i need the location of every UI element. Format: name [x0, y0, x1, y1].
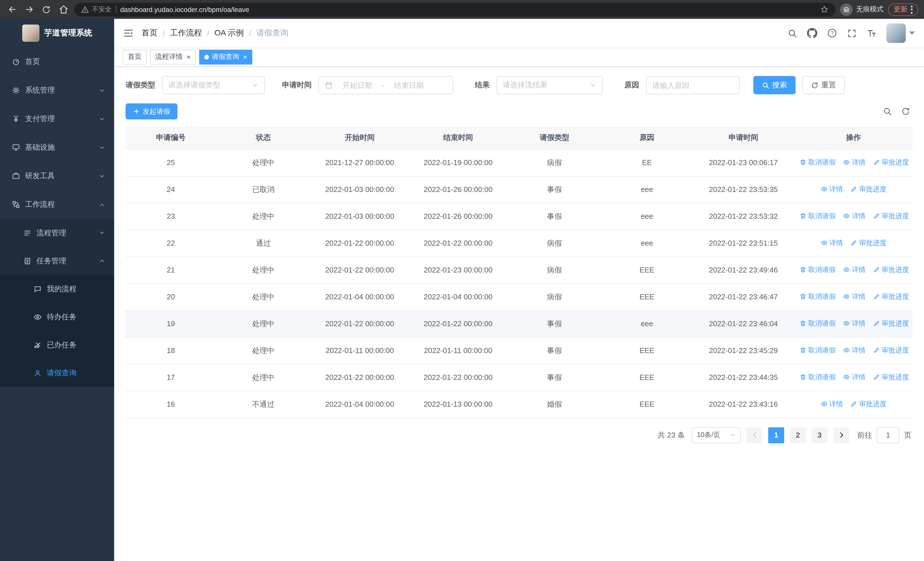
- table-row[interactable]: 16 不通过 2022-01-04 00:00:00 2022-01-13 00…: [126, 391, 913, 418]
- sidebar-item[interactable]: 待办任务: [0, 303, 114, 331]
- close-icon[interactable]: ×: [242, 53, 247, 60]
- detail-link[interactable]: 详情: [821, 185, 843, 194]
- user-menu[interactable]: [886, 23, 915, 43]
- start-date-input[interactable]: [336, 81, 378, 89]
- detail-link[interactable]: 详情: [843, 158, 866, 167]
- detail-link[interactable]: 详情: [821, 238, 843, 248]
- detail-link[interactable]: 详情: [843, 346, 866, 355]
- url-bar[interactable]: 不安全 dashboard.yudao.iocoder.cn/bpm/oa/le…: [74, 3, 836, 16]
- progress-link[interactable]: 审批进度: [873, 319, 909, 328]
- tab[interactable]: 流程详情 ×: [150, 50, 196, 64]
- detail-link[interactable]: 详情: [821, 399, 843, 409]
- table-row[interactable]: 23 处理中 2022-01-03 00:00:00 2022-01-26 00…: [126, 203, 913, 230]
- calendar-icon: [325, 81, 333, 89]
- menu-label: 请假查询: [47, 368, 76, 378]
- reason-input[interactable]: [652, 81, 734, 89]
- progress-link[interactable]: 审批进度: [873, 158, 909, 167]
- apply-time-range-picker[interactable]: -: [318, 76, 453, 94]
- url-text[interactable]: dashboard.yudao.iocoder.cn/bpm/oa/leave: [120, 5, 816, 14]
- back-button[interactable]: [6, 3, 18, 16]
- sidebar-logo[interactable]: 芋道管理系统: [0, 19, 114, 47]
- sidebar-item[interactable]: 支付管理: [0, 105, 114, 133]
- hide-search-icon[interactable]: [883, 107, 892, 116]
- progress-link[interactable]: 审批进度: [873, 265, 909, 275]
- detail-link[interactable]: 详情: [843, 319, 866, 328]
- cancel-leave-link[interactable]: 取消请假: [800, 211, 836, 221]
- create-leave-button[interactable]: 发起请假: [126, 104, 177, 119]
- prev-page-button[interactable]: [747, 427, 762, 443]
- menu-label: 已办任务: [47, 340, 76, 350]
- result-select[interactable]: 请选择流结果: [496, 76, 603, 94]
- detail-link[interactable]: 详情: [843, 211, 866, 221]
- sidebar-item[interactable]: 流程管理: [0, 219, 114, 247]
- page-button-3[interactable]: 3: [812, 427, 828, 443]
- search-icon[interactable]: [788, 28, 797, 38]
- cancel-leave-link[interactable]: 取消请假: [800, 373, 836, 382]
- table-row[interactable]: 18 处理中 2022-01-11 00:00:00 2022-01-11 00…: [126, 337, 913, 364]
- cancel-leave-link[interactable]: 取消请假: [800, 292, 836, 302]
- progress-link[interactable]: 审批进度: [850, 238, 886, 248]
- page-size-select[interactable]: 10条/页: [692, 427, 741, 443]
- reload-button[interactable]: [40, 3, 52, 16]
- tab[interactable]: 请假查询 ×: [199, 50, 252, 64]
- sidebar-item[interactable]: 基础设施: [0, 133, 114, 162]
- sidebar-item[interactable]: 请假查询: [0, 359, 114, 387]
- sidebar-item[interactable]: 研发工具: [0, 162, 114, 190]
- progress-link[interactable]: 审批进度: [850, 399, 886, 409]
- progress-link[interactable]: 审批进度: [850, 185, 886, 194]
- sidebar-item[interactable]: 已办任务: [0, 331, 114, 359]
- progress-link[interactable]: 审批进度: [873, 346, 909, 355]
- detail-link[interactable]: 详情: [843, 265, 866, 275]
- sidebar-item[interactable]: 系统管理: [0, 76, 114, 105]
- cancel-leave-link[interactable]: 取消请假: [800, 319, 836, 328]
- table-row[interactable]: 22 通过 2022-01-22 00:00:00 2022-01-22 00:…: [126, 230, 913, 257]
- cell-reason: EEE: [602, 337, 692, 364]
- end-date-input[interactable]: [388, 81, 430, 89]
- avatar[interactable]: [886, 23, 906, 43]
- cancel-leave-link[interactable]: 取消请假: [800, 265, 836, 275]
- leave-type-select[interactable]: 请选择请假类型: [162, 76, 265, 94]
- refresh-table-icon[interactable]: [901, 107, 910, 116]
- table-row[interactable]: 21 处理中 2022-01-22 00:00:00 2022-01-23 00…: [126, 257, 913, 283]
- table-row[interactable]: 25 处理中 2021-12-27 00:00:00 2022-01-19 00…: [126, 149, 913, 176]
- cancel-leave-link[interactable]: 取消请假: [800, 346, 836, 355]
- search-button[interactable]: 搜索: [753, 76, 796, 94]
- progress-link[interactable]: 审批进度: [873, 211, 909, 221]
- cell-end-time: 2022-01-22 00:00:00: [409, 310, 507, 337]
- breadcrumb-item[interactable]: 首页: [141, 28, 158, 38]
- sidebar-item[interactable]: 任务管理: [0, 247, 114, 275]
- tab[interactable]: 首页: [123, 50, 147, 64]
- sidebar-toggle-icon[interactable]: [123, 28, 134, 38]
- goto-page-input[interactable]: [877, 427, 900, 443]
- fullscreen-icon[interactable]: [847, 28, 856, 38]
- table-row[interactable]: 20 处理中 2022-01-04 00:00:00 2022-01-04 00…: [126, 283, 913, 310]
- cancel-leave-link[interactable]: 取消请假: [800, 158, 836, 167]
- detail-link[interactable]: 详情: [843, 292, 866, 302]
- breadcrumb-item[interactable]: OA 示例: [214, 28, 244, 38]
- sidebar-item[interactable]: 首页: [0, 47, 114, 76]
- page-button-1[interactable]: 1: [768, 427, 784, 443]
- github-icon[interactable]: [807, 28, 817, 38]
- sidebar-item[interactable]: 工作流程: [0, 190, 114, 219]
- security-warning[interactable]: 不安全: [81, 5, 112, 14]
- chevron-icon: [99, 173, 105, 179]
- help-icon[interactable]: ?: [827, 28, 837, 38]
- menu-kebab-icon[interactable]: [911, 5, 913, 14]
- progress-link[interactable]: 审批进度: [873, 373, 909, 382]
- home-button[interactable]: [57, 3, 70, 16]
- table-row[interactable]: 17 处理中 2022-01-22 00:00:00 2022-01-22 00…: [126, 364, 913, 391]
- breadcrumb-item[interactable]: 工作流程: [170, 28, 202, 38]
- bookmark-star-icon[interactable]: [820, 5, 829, 14]
- detail-link[interactable]: 详情: [843, 373, 866, 382]
- table-row[interactable]: 24 已取消 2022-01-03 00:00:00 2022-01-26 00…: [126, 176, 913, 203]
- update-button[interactable]: 更新: [888, 3, 918, 16]
- next-page-button[interactable]: [833, 427, 849, 443]
- close-icon[interactable]: ×: [186, 53, 190, 60]
- reset-button[interactable]: 重置: [802, 76, 844, 94]
- progress-link[interactable]: 审批进度: [873, 292, 909, 302]
- forward-button[interactable]: [23, 3, 35, 16]
- sidebar-item[interactable]: 我的流程: [0, 275, 114, 303]
- font-size-icon[interactable]: [866, 28, 877, 38]
- page-button-2[interactable]: 2: [790, 427, 806, 443]
- table-row[interactable]: 19 处理中 2022-01-22 00:00:00 2022-01-22 00…: [126, 310, 913, 337]
